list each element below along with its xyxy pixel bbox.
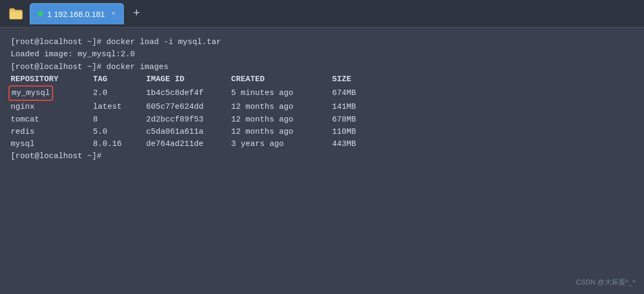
col-repository: nginx bbox=[11, 101, 93, 113]
col-size: 141MB bbox=[332, 101, 380, 113]
col-repository: redis bbox=[11, 126, 93, 138]
col-image-id: 2d2bccf89f53 bbox=[146, 114, 231, 126]
terminal-line-3: [root@localhost ~]# docker images bbox=[11, 61, 633, 73]
terminal-area: [root@localhost ~]# docker load -i mysql… bbox=[0, 28, 644, 294]
terminal-footer-prompt: [root@localhost ~]# bbox=[11, 150, 633, 162]
terminal-line-2: Loaded image: my_mysql:2.0 bbox=[11, 48, 633, 60]
col-tag: 8.0.16 bbox=[93, 138, 146, 150]
col-tag: 5.0 bbox=[93, 126, 146, 138]
col-created: 5 minutes ago bbox=[231, 87, 332, 99]
footer-prompt-text: [root@localhost ~]# bbox=[11, 150, 101, 162]
col-tag: 8 bbox=[93, 114, 146, 126]
terminal-text: [root@localhost ~]# docker load -i mysql… bbox=[11, 36, 221, 48]
terminal-text: Loaded image: my_mysql:2.0 bbox=[11, 48, 135, 60]
col-repository: my_mysql bbox=[11, 85, 93, 101]
col-image-id: de764ad211de bbox=[146, 138, 231, 150]
table-row: redis5.0c5da061a611a12 months ago110MB bbox=[11, 126, 633, 138]
col-size: 678MB bbox=[332, 114, 380, 126]
col-tag: 2.0 bbox=[93, 87, 146, 99]
terminal-tab[interactable]: 1 192.168.0.181 × bbox=[30, 3, 124, 24]
folder-icon bbox=[4, 7, 28, 20]
table-header-row: REPOSITORY TAG IMAGE ID CREATED SIZE bbox=[11, 73, 633, 85]
col-header-created: CREATED bbox=[231, 73, 332, 85]
col-header-repository: REPOSITORY bbox=[11, 73, 93, 85]
col-image-id: c5da061a611a bbox=[146, 126, 231, 138]
col-header-imageid: IMAGE ID bbox=[146, 73, 231, 85]
tab-status-dot bbox=[38, 11, 43, 16]
col-size: 674MB bbox=[332, 87, 380, 99]
col-image-id: 605c77e624dd bbox=[146, 101, 231, 113]
col-repository: mysql bbox=[11, 138, 93, 150]
new-tab-button[interactable]: + bbox=[128, 5, 145, 22]
table-body: my_mysql2.01b4c5c8def4f5 minutes ago674M… bbox=[11, 85, 633, 150]
table-row: tomcat82d2bccf89f5312 months ago678MB bbox=[11, 114, 633, 126]
col-size: 443MB bbox=[332, 138, 380, 150]
table-row: nginxlatest605c77e624dd12 months ago141M… bbox=[11, 101, 633, 113]
col-image-id: 1b4c5c8def4f bbox=[146, 87, 231, 99]
highlighted-repository: my_mysql bbox=[9, 85, 53, 101]
table-row: my_mysql2.01b4c5c8def4f5 minutes ago674M… bbox=[11, 85, 633, 101]
col-repository: tomcat bbox=[11, 114, 93, 126]
col-header-size: SIZE bbox=[332, 73, 380, 85]
terminal-text: [root@localhost ~]# docker images bbox=[11, 61, 168, 73]
terminal-line-1: [root@localhost ~]# docker load -i mysql… bbox=[11, 36, 633, 48]
watermark: CSDN @大坏蛋^_^ bbox=[576, 277, 635, 288]
col-created: 3 years ago bbox=[231, 138, 332, 150]
col-header-tag: TAG bbox=[93, 73, 146, 85]
col-created: 12 months ago bbox=[231, 101, 332, 113]
tab-close-button[interactable]: × bbox=[111, 10, 115, 18]
table-row: mysql8.0.16de764ad211de3 years ago443MB bbox=[11, 138, 633, 150]
col-tag: latest bbox=[93, 101, 146, 113]
tab-label: 1 192.168.0.181 bbox=[47, 10, 105, 19]
col-size: 110MB bbox=[332, 126, 380, 138]
col-created: 12 months ago bbox=[231, 126, 332, 138]
col-created: 12 months ago bbox=[231, 114, 332, 126]
tab-bar: 1 192.168.0.181 × + bbox=[0, 0, 644, 28]
